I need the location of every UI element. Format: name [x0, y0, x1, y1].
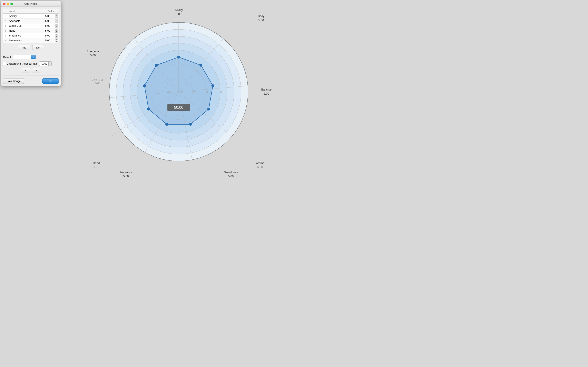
table-row: 2 Aftertaste 5.00 ▲ ▼ — [3, 18, 59, 24]
datapoint-balance — [212, 84, 214, 87]
table-rows: 1 Acidity 5.00 ▲ ▼ 2 Aftertaste 5.00 ▲ ▼… — [3, 14, 59, 43]
minimize-button[interactable] — [7, 3, 9, 5]
row-spinner: ▲ ▼ — [55, 24, 58, 28]
radar-container: 2 4 6 8 10 50.00 Acidity 5.00 — [103, 16, 254, 167]
row-value: 5.00 ▲ ▼ — [44, 33, 59, 38]
aspect-ratio-down[interactable]: ▼ — [48, 64, 52, 66]
chart-area: 2 4 6 8 10 50.00 Acidity 5.00 — [63, 0, 294, 184]
label-head: Head 5.00 — [93, 161, 100, 169]
row-spinner-up[interactable]: ▲ — [55, 39, 58, 40]
row-num: 3 — [3, 24, 7, 28]
table-row: 6 Sweetness 5.00 ▲ ▼ — [3, 38, 59, 43]
label-cleancup: Clean Cup 5.00 — [92, 78, 104, 85]
row-spinner-down[interactable]: ▼ — [55, 26, 58, 28]
row-spinner-up[interactable]: ▲ — [55, 14, 58, 16]
row-spinner: ▲ ▼ — [55, 14, 58, 18]
background-label: Background — [7, 62, 21, 65]
aspect-ratio-input-wrap: ▲ ▼ — [39, 61, 52, 66]
row-spinner: ▲ ▼ — [55, 34, 58, 38]
aspect-ratio-up[interactable]: ▲ — [48, 61, 52, 64]
label-body: Body 5.00 — [258, 14, 264, 22]
label-acidity: Acidity 5.00 — [174, 8, 183, 16]
datapoint-cleancup — [155, 64, 158, 67]
row-value-num: 5.00 — [45, 15, 50, 17]
ok-button[interactable]: OK — [42, 78, 59, 84]
row-num: 5 — [3, 34, 7, 38]
row-value-num: 5.00 — [45, 19, 50, 22]
row-spinner-down[interactable]: ▼ — [55, 41, 58, 42]
datapoint-aroma — [207, 108, 210, 110]
close-button[interactable] — [3, 3, 6, 5]
datapoint-acidity — [177, 56, 180, 58]
aspect-ratio-label: Aspect Ratio — [22, 62, 38, 65]
row-label: Fragrance — [7, 33, 44, 38]
row-value-num: 5.00 — [45, 29, 50, 32]
row-num: 6 — [3, 39, 7, 43]
default-dropdown-wrapper — [13, 55, 35, 59]
row-spinner-down[interactable]: ▼ — [55, 36, 58, 38]
window-title: Cup Profile — [24, 2, 37, 5]
background-checkbox[interactable] — [3, 62, 6, 65]
datapoint-sweetness — [189, 123, 192, 126]
row-num: 4 — [3, 29, 7, 33]
row-value-num: 5.00 — [45, 39, 50, 42]
table-row: 3 Clean Cup 5.00 ▲ ▼ — [3, 24, 59, 28]
table-row: 5 Fragrance 5.00 ▲ ▼ — [3, 33, 59, 38]
separator-1 — [3, 53, 59, 53]
row-spinner: ▲ ▼ — [55, 29, 58, 33]
col-value: Value — [44, 9, 59, 13]
default-row: Default — [3, 55, 59, 59]
nav-row: < > — [3, 68, 59, 73]
row-spinner-up[interactable]: ▲ — [55, 24, 58, 26]
separator-2 — [3, 75, 59, 75]
default-dropdown-arrow[interactable] — [31, 55, 35, 59]
row-value-num: 5.00 — [45, 24, 50, 27]
label-balance: Balance 5.00 — [261, 88, 272, 96]
save-image-button[interactable]: Save Image — [3, 78, 24, 84]
center-score-text: 50.00 — [174, 105, 183, 109]
label-fragrance: Fragrance 5.00 — [120, 170, 132, 178]
cup-profile-window: Cup Profile Label Value 1 Acidity 5.00 ▲… — [1, 1, 61, 86]
row-spinner-down[interactable]: ▼ — [55, 21, 58, 23]
label-aroma: Aroma 5.00 — [256, 161, 264, 169]
radar-svg: 2 4 6 8 10 50.00 — [103, 16, 254, 167]
label-sweetness: Sweetness 5.00 — [224, 170, 238, 178]
row-value: 5.00 ▲ ▼ — [44, 18, 59, 23]
col-num — [3, 9, 7, 13]
table-header: Label Value — [3, 9, 59, 14]
svg-text:2: 2 — [220, 90, 222, 93]
traffic-lights — [3, 3, 13, 5]
add-del-row: Add Del — [3, 45, 59, 50]
label-aftertaste: Aftertaste 5.00 — [87, 50, 99, 58]
row-spinner-up[interactable]: ▲ — [55, 34, 58, 35]
bg-ar-row: Background Aspect Ratio ▲ ▼ — [3, 61, 59, 66]
attribute-table: Label Value 1 Acidity 5.00 ▲ ▼ 2 Afterta… — [3, 9, 59, 43]
maximize-button[interactable] — [10, 3, 13, 5]
row-spinner: ▲ ▼ — [55, 39, 58, 42]
row-spinner-up[interactable]: ▲ — [55, 19, 58, 21]
aspect-ratio-spinner: ▲ ▼ — [48, 61, 52, 66]
row-spinner-up[interactable]: ▲ — [55, 29, 58, 31]
datapoint-fragrance — [165, 123, 168, 126]
add-button[interactable]: Add — [18, 45, 30, 50]
prev-button[interactable]: < — [22, 68, 30, 73]
row-num: 2 — [3, 19, 7, 23]
datapoint-body — [199, 64, 202, 67]
row-label: Head — [7, 28, 44, 33]
row-spinner-down[interactable]: ▼ — [55, 31, 58, 33]
row-label: Acidity — [7, 14, 44, 18]
datapoint-aftertaste — [143, 84, 146, 87]
row-spinner-down[interactable]: ▼ — [55, 16, 58, 18]
window-body: Label Value 1 Acidity 5.00 ▲ ▼ 2 Afterta… — [1, 7, 61, 86]
aspect-ratio-input[interactable] — [39, 61, 48, 66]
row-spinner: ▲ ▼ — [55, 19, 58, 23]
row-value: 5.00 ▲ ▼ — [44, 38, 59, 43]
row-value: 5.00 ▲ ▼ — [44, 28, 59, 33]
table-row: 1 Acidity 5.00 ▲ ▼ — [3, 14, 59, 18]
col-label: Label — [7, 9, 44, 13]
row-value-num: 5.00 — [45, 34, 50, 37]
row-num: 1 — [3, 14, 7, 18]
next-button[interactable]: > — [32, 68, 40, 73]
del-button[interactable]: Del — [32, 45, 44, 50]
row-value: 5.00 ▲ ▼ — [44, 24, 59, 28]
